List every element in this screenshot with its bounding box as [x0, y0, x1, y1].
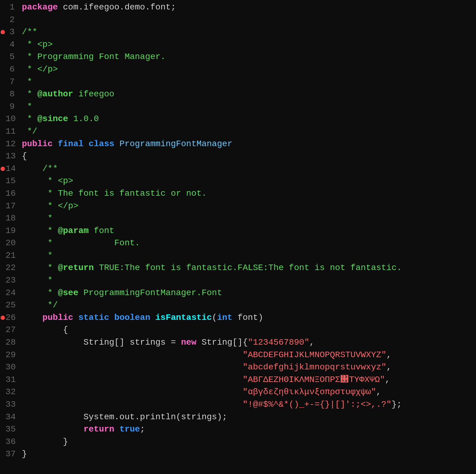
code-line: { — [22, 150, 472, 163]
token: * — [22, 114, 37, 124]
token: , — [385, 375, 390, 384]
line-number: 20 — [5, 237, 18, 250]
code-line: /** — [22, 26, 472, 39]
token: * — [22, 102, 32, 111]
line-number-row: 20 — [0, 237, 18, 250]
token: @return — [58, 263, 94, 272]
token — [109, 313, 114, 322]
line-number: 26 — [5, 312, 18, 324]
code-line: } — [22, 436, 472, 448]
code-line: "αβγδεζηθικλμνξοπρστυφχψω", — [22, 386, 472, 398]
code-line: System.out.println(strings); — [22, 411, 472, 424]
line-number-row: 35 — [0, 423, 18, 436]
code-line: * Programming Font Manager. — [22, 51, 472, 63]
token: * — [22, 276, 53, 285]
line-number-row: 31 — [0, 374, 18, 386]
line-number: 23 — [5, 274, 18, 287]
code-line: "abcdefghijklmnopqrstuvwxyz", — [22, 361, 472, 374]
breakpoint-dot — [1, 316, 5, 320]
token: * — [22, 77, 32, 87]
line-number-row: 19 — [0, 225, 18, 237]
line-number: 27 — [5, 324, 18, 336]
token: ProgrammingFontManager.Font — [78, 288, 222, 298]
line-number-row: 37 — [0, 448, 18, 461]
token: "1234567890" — [248, 338, 309, 347]
code-line: */ — [22, 299, 472, 312]
token: * — [22, 251, 53, 260]
code-line: { — [22, 324, 472, 336]
code-editor: 1234567891011121314151617181920212223242… — [0, 0, 476, 474]
line-number: 9 — [5, 101, 17, 113]
token: "αβγδεζηθικλμνξοπρστυφχψω" — [243, 387, 376, 397]
line-number: 37 — [5, 448, 18, 461]
line-number-row: 2 — [0, 14, 18, 26]
line-number-row: 12 — [0, 138, 18, 150]
line-number: 16 — [5, 187, 18, 200]
line-number: 19 — [5, 225, 18, 237]
line-number: 28 — [5, 336, 18, 349]
code-line: * @author ifeegoo — [22, 88, 472, 101]
code-line: * </p> — [22, 63, 472, 76]
line-number: 7 — [5, 76, 17, 88]
line-number: 30 — [5, 361, 18, 374]
token: <p> — [58, 176, 73, 186]
token — [83, 139, 89, 149]
token: } — [22, 449, 27, 459]
line-number-row: 33 — [0, 398, 18, 411]
code-line: * <p> — [22, 39, 472, 51]
line-number: 35 — [5, 423, 18, 436]
code-line: * @return TRUE:The font is fantastic.FAL… — [22, 262, 472, 274]
code-line: } — [22, 448, 472, 461]
code-line: public final class ProgrammingFontManage… — [22, 138, 472, 150]
line-number: 22 — [5, 262, 18, 274]
token: System.out.println(strings); — [22, 412, 227, 422]
code-line: */ — [22, 125, 472, 138]
breakpoint-dot — [1, 30, 5, 34]
line-number-row: 15 — [0, 175, 18, 187]
line-number: 12 — [5, 138, 18, 150]
token — [22, 387, 243, 397]
line-number-row: 27 — [0, 324, 18, 336]
token: "!@#$%^&*()_+-={}|[]':;<>,.?" — [243, 400, 391, 409]
token: }; — [391, 400, 402, 409]
token: com.ifeegoo.demo.font; — [58, 2, 176, 12]
code-line: String[] strings = new String[]{"1234567… — [22, 336, 472, 349]
token: * The font is fantastic or not. — [22, 189, 207, 198]
token: 1.0.0 — [68, 114, 99, 124]
line-number-row: 32 — [0, 386, 18, 398]
token: ifeegoo — [73, 89, 114, 99]
token: font — [89, 226, 114, 235]
token: return — [83, 424, 114, 434]
line-number: 17 — [5, 200, 18, 213]
line-number-row: 13 — [0, 150, 18, 163]
line-number: 18 — [5, 212, 18, 225]
line-number-row: 8 — [0, 88, 18, 101]
code-line: * <p> — [22, 175, 472, 187]
token: @since — [37, 114, 68, 124]
code-line: * </p> — [22, 200, 472, 213]
token: ProgrammingFontManager — [114, 139, 232, 149]
token: } — [22, 437, 68, 446]
token: * — [22, 201, 58, 211]
token: String[] strings = — [22, 338, 181, 347]
code-line: return true; — [22, 423, 472, 436]
token: * — [22, 226, 58, 235]
line-number-row: 18 — [0, 212, 18, 225]
line-number-row: 34 — [0, 411, 18, 424]
code-line: * — [22, 250, 472, 262]
token: "ABCDEFGHIJKLMNOPQRSTUVWXYZ" — [243, 350, 386, 360]
line-number: 14 — [5, 163, 18, 175]
token: * — [22, 40, 37, 49]
code-line: "ABCDEFGHIJKLMNOPQRSTUVWXYZ", — [22, 349, 472, 361]
token: boolean — [114, 313, 150, 322]
token: "ΑΒΓΔΕΖΗΘΙΚΛΜΝΞΟΠΡΣ΢ΤΥΦΧΨΩ" — [243, 375, 385, 384]
line-number: 21 — [5, 250, 18, 262]
token — [22, 375, 243, 384]
token: class — [89, 139, 114, 149]
code-line: "!@#$%^&*()_+-={}|[]':;<>,.?"}; — [22, 398, 472, 411]
token: font) — [233, 313, 263, 322]
token: */ — [22, 300, 58, 310]
line-number-row: 25 — [0, 299, 18, 312]
token: * — [22, 213, 53, 223]
line-number: 24 — [5, 287, 18, 299]
